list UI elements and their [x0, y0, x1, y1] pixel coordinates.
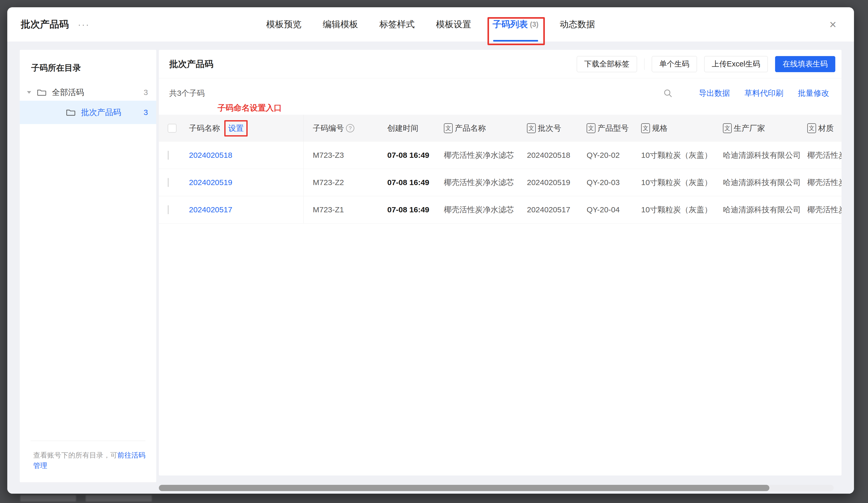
batch-number: 2024020517 [522, 205, 581, 214]
material: 椰壳活性炭 [802, 150, 841, 161]
search-icon[interactable] [663, 88, 673, 98]
text-field-icon: 文 [723, 123, 732, 133]
column-header-subcode-name: 子码名称 [189, 123, 220, 134]
text-field-icon: 文 [587, 123, 596, 133]
subcode-number: M723-Z1 [304, 205, 379, 214]
tab-label: 动态数据 [560, 18, 595, 30]
column-header-batch-number: 批次号 [538, 123, 561, 134]
help-icon[interactable]: ? [346, 124, 354, 132]
folder-icon [37, 88, 46, 96]
column-header-spec: 规格 [652, 123, 668, 134]
single-generate-button[interactable]: 单个生码 [652, 56, 697, 72]
subcode-number: M723-Z3 [304, 151, 379, 160]
subcode-name-link[interactable]: 2024020518 [189, 151, 232, 160]
button-divider [644, 59, 644, 70]
row-checkbox[interactable] [168, 178, 169, 187]
column-header-product-model: 产品型号 [598, 123, 629, 134]
tab-label: 标签样式 [380, 18, 415, 30]
caoliao-print-link[interactable]: 草料代印刷 [744, 88, 783, 99]
table-header-row: 子码名称 设置 子码编号 ? 创建时间 文 产品名称 文 批次号 [159, 115, 841, 142]
tab-label: 编辑模板 [323, 18, 358, 30]
folder-icon [66, 108, 75, 116]
tab-label-style[interactable]: 标签样式 [380, 7, 415, 42]
subcode-list-panel: 批次产品码 下载全部标签 单个生码 上传Excel生码 在线填表生码 共3个子码… [159, 50, 841, 475]
horizontal-scrollbar[interactable] [159, 485, 834, 491]
occluded-background-text [20, 495, 76, 501]
sidebar-item-all-live-codes[interactable]: 全部活码 3 [20, 84, 156, 101]
manufacturer: 哈迪清源科技有限公司 [718, 205, 802, 215]
occluded-background-text [86, 495, 152, 501]
list-controls: 共3个子码 导出数据 草料代印刷 批量修改 [159, 85, 841, 101]
product-name: 椰壳活性炭净水滤芯 [439, 177, 522, 188]
product-model: QY-20-02 [581, 151, 636, 160]
modal-body: 子码所在目录 全部活码 3 批次产品码 3 查看账号下的所有目录，可前 [7, 42, 854, 494]
tab-label: 模板预览 [266, 18, 302, 30]
batch-number: 2024020518 [522, 151, 581, 160]
spec: 10寸颗粒炭（灰盖） [636, 205, 718, 215]
create-time: 07-08 16:49 [379, 178, 439, 187]
row-checkbox[interactable] [168, 205, 169, 214]
active-tab-underline [493, 40, 538, 42]
select-all-checkbox[interactable] [168, 124, 176, 133]
column-header-subcode-number: 子码编号 [313, 123, 344, 134]
column-header-product-name: 产品名称 [455, 123, 486, 134]
sidebar-item-label: 批次产品码 [81, 107, 121, 118]
material: 椰壳活性炭 [802, 177, 841, 188]
material: 椰壳活性炭 [802, 205, 841, 215]
subcode-name-link[interactable]: 2024020517 [189, 205, 232, 214]
spec: 10寸颗粒炭（灰盖） [636, 150, 718, 161]
subcode-name-link[interactable]: 2024020519 [189, 178, 232, 187]
create-time: 07-08 16:49 [379, 151, 439, 160]
footer-divider [31, 441, 145, 441]
table-row: 2024020517 M723-Z1 07-08 16:49 椰壳活性炭净水滤芯… [159, 196, 841, 224]
column-header-create-time: 创建时间 [387, 123, 418, 134]
horizontal-scrollbar-thumb[interactable] [159, 485, 769, 491]
panel-title: 批次产品码 [169, 58, 213, 70]
text-field-icon: 文 [527, 123, 536, 133]
tab-dynamic-data[interactable]: 动态数据 [560, 7, 595, 42]
tab-label: 模板设置 [436, 18, 472, 30]
online-form-generate-button[interactable]: 在线填表生码 [775, 56, 835, 72]
table-row: 2024020519 M723-Z2 07-08 16:49 椰壳活性炭净水滤芯… [159, 169, 841, 196]
batch-edit-link[interactable]: 批量修改 [798, 88, 829, 99]
subcode-naming-settings-annotation: 子码命名设置入口 [159, 101, 841, 115]
tab-bar: 模板预览 编辑模板 标签样式 模板设置 子码列表 (3) 动态数据 [7, 7, 854, 42]
text-field-icon: 文 [807, 123, 816, 133]
subcode-table: 子码名称 设置 子码编号 ? 创建时间 文 产品名称 文 批次号 [159, 115, 841, 224]
download-all-labels-button[interactable]: 下载全部标签 [577, 56, 637, 72]
row-checkbox[interactable] [168, 151, 169, 160]
spec: 10寸颗粒炭（灰盖） [636, 177, 718, 188]
subcode-directory-sidebar: 子码所在目录 全部活码 3 批次产品码 3 查看账号下的所有目录，可前 [20, 50, 156, 482]
panel-header: 批次产品码 下载全部标签 单个生码 上传Excel生码 在线填表生码 [159, 50, 841, 79]
subcode-count-text: 共3个子码 [169, 88, 205, 99]
tab-edit-template[interactable]: 编辑模板 [323, 7, 358, 42]
table-row: 2024020518 M723-Z3 07-08 16:49 椰壳活性炭净水滤芯… [159, 142, 841, 169]
tab-subcode-list[interactable]: 子码列表 (3) [493, 7, 539, 42]
batch-product-code-modal: 批次产品码 ··· 模板预览 编辑模板 标签样式 模板设置 子码列表 (3) [7, 7, 854, 494]
text-field-icon: 文 [641, 123, 650, 133]
product-model: QY-20-03 [581, 178, 636, 187]
sidebar-item-count: 3 [144, 108, 148, 117]
footer-text: 查看账号下的所有目录，可 [33, 451, 117, 459]
manufacturer: 哈迪清源科技有限公司 [718, 177, 802, 188]
sidebar-item-batch-product-code[interactable]: 批次产品码 3 [20, 101, 156, 124]
sidebar-item-count: 3 [144, 88, 148, 97]
sidebar-item-label: 全部活码 [52, 87, 84, 98]
subcode-number: M723-Z2 [304, 178, 379, 187]
tab-template-settings[interactable]: 模板设置 [436, 7, 472, 42]
create-time: 07-08 16:49 [379, 205, 439, 214]
upload-excel-generate-button[interactable]: 上传Excel生码 [704, 56, 768, 72]
caret-down-icon[interactable] [27, 91, 31, 94]
product-name: 椰壳活性炭净水滤芯 [439, 150, 522, 161]
text-field-icon: 文 [444, 123, 453, 133]
close-icon[interactable]: × [829, 7, 836, 42]
product-name: 椰壳活性炭净水滤芯 [439, 205, 522, 215]
modal-header: 批次产品码 ··· 模板预览 编辑模板 标签样式 模板设置 子码列表 (3) [7, 7, 854, 42]
batch-number: 2024020519 [522, 178, 581, 187]
tab-template-preview[interactable]: 模板预览 [266, 7, 302, 42]
column-header-manufacturer: 生产厂家 [734, 123, 765, 134]
subcode-naming-settings-link[interactable]: 设置 [224, 120, 248, 136]
sidebar-footer: 查看账号下的所有目录，可前往活码管理 [20, 441, 156, 482]
manufacturer: 哈迪清源科技有限公司 [718, 150, 802, 161]
export-data-link[interactable]: 导出数据 [699, 88, 730, 99]
